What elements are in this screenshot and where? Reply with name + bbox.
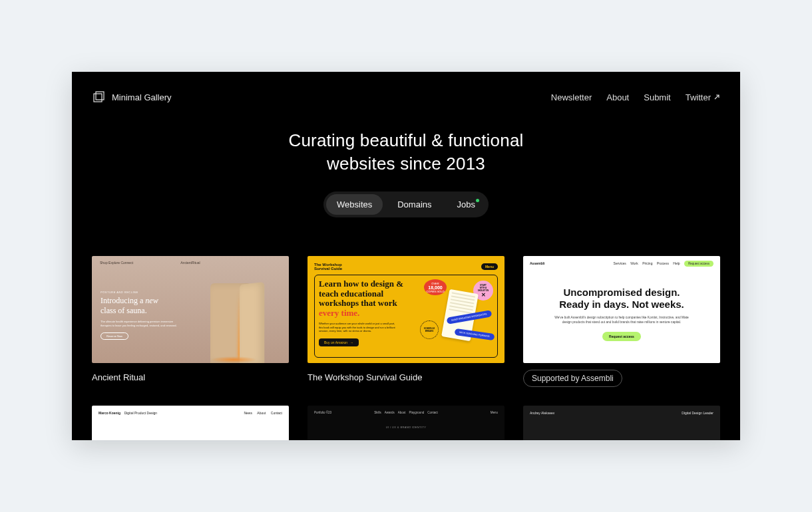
card-andrey-alekseev[interactable]: Andrey Alekseev Digital Design Leader	[523, 406, 720, 440]
hero: Curating beautiful & functional websites…	[72, 104, 740, 192]
bone-icon: ✕	[478, 292, 489, 298]
header: Minimal Gallery Newsletter About Submit …	[72, 72, 740, 104]
nav: Newsletter About Submit Twitter	[551, 92, 720, 102]
thumb-topnav: Assembli Services Work Pricing Process H…	[530, 261, 713, 265]
gallery: Shop Explore Connect AncientRitual POSTU…	[72, 217, 740, 440]
page-title: Curating beautiful & functional websites…	[72, 129, 740, 176]
tab-pill: Websites Domains Jobs	[323, 192, 489, 217]
thumbnail: The WorkshopSurvival Guide Menu Learn ho…	[307, 256, 505, 363]
brand-name: Minimal Gallery	[112, 92, 172, 102]
svg-rect-1	[96, 92, 104, 100]
card-ancient-ritual[interactable]: Shop Explore Connect AncientRitual POSTU…	[92, 256, 289, 387]
sponsor-badge: Supported by Assembli	[523, 370, 622, 387]
hero-line-2: websites since 2013	[327, 154, 485, 174]
tab-websites[interactable]: Websites	[326, 194, 383, 215]
logo-icon	[92, 90, 105, 104]
nav-submit[interactable]: Submit	[644, 92, 670, 102]
reserve-button: Reserve Now	[101, 332, 128, 340]
card-caption: The Workshop Survival Guide	[307, 372, 505, 382]
tab-jobs-label: Jobs	[457, 199, 475, 209]
nav-newsletter[interactable]: Newsletter	[551, 92, 592, 102]
app-window: Minimal Gallery Newsletter About Submit …	[72, 72, 740, 440]
brand[interactable]: Minimal Gallery	[92, 90, 172, 104]
card-workshop-survival-guide[interactable]: The WorkshopSurvival Guide Menu Learn ho…	[307, 256, 505, 387]
request-access-button: Request access	[602, 332, 641, 341]
thumbnail: Portfolio ©23 Skills Awards About Playgr…	[307, 406, 505, 440]
thumb-topnav: The WorkshopSurvival Guide Menu	[314, 263, 498, 271]
thumbnail: Assembli Services Work Pricing Process H…	[523, 256, 720, 363]
menu-button: Menu	[481, 263, 498, 270]
tabs: Websites Domains Jobs	[72, 192, 740, 217]
jobs-indicator-icon	[476, 199, 479, 202]
nav-twitter[interactable]: Twitter	[686, 92, 720, 102]
thumb-copy: POSTURE AND RECLINE Introducing a new cl…	[101, 291, 194, 340]
nav-about[interactable]: About	[606, 92, 629, 102]
card-marco-koenig[interactable]: Marco Koenig Digital Product Design News…	[92, 406, 289, 440]
thumb-topnav: Andrey Alekseev Digital Design Leader	[523, 406, 720, 420]
tab-domains[interactable]: Domains	[387, 194, 442, 215]
sauna-illustration-icon	[204, 277, 277, 363]
card-artemii[interactable]: Portfolio ©23 Skills Awards About Playgr…	[307, 406, 505, 440]
external-link-icon	[713, 92, 720, 102]
card-caption: Ancient Ritual	[92, 372, 289, 382]
tab-jobs[interactable]: Jobs	[447, 194, 486, 215]
request-access-button: Request access	[684, 261, 713, 267]
thumb-topnav: Shop Explore Connect AncientRitual	[100, 261, 281, 265]
thumb-topnav: Portfolio ©23 Skills Awards About Playgr…	[307, 406, 505, 420]
nav-twitter-label: Twitter	[686, 92, 711, 102]
thumb-topnav: Marco Koenig Digital Product Design News…	[99, 411, 282, 415]
thumbnail: Andrey Alekseev Digital Design Leader	[523, 406, 720, 440]
sticker-icon: SCHEDULE BREAKS	[420, 320, 439, 339]
buy-button: Buy on Amazon→	[319, 338, 359, 346]
thumbnail: Marco Koenig Digital Product Design News…	[92, 406, 289, 440]
hero-line-1: Curating beautiful & functional	[288, 130, 523, 150]
svg-rect-0	[94, 94, 102, 102]
card-assembli[interactable]: Assembli Services Work Pricing Process H…	[523, 256, 720, 387]
thumbnail: Shop Explore Connect AncientRitual POSTU…	[92, 256, 289, 363]
badge-icon: OVER 18,000 COPIES SOLD	[424, 279, 447, 295]
arrow-right-icon: →	[350, 340, 353, 344]
